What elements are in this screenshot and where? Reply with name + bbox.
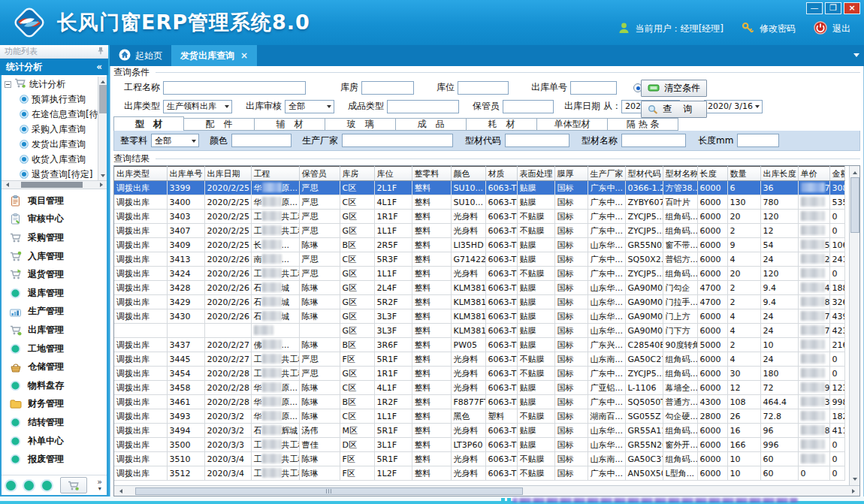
column-header-7[interactable]: 整零料 xyxy=(412,167,451,181)
column-header-4[interactable]: 保管员 xyxy=(299,167,340,181)
tree-horizontal-scrollbar[interactable] xyxy=(2,180,107,189)
module-dot-icon-3[interactable] xyxy=(42,481,52,490)
whole-part-select[interactable]: 全部 xyxy=(151,134,199,147)
table-row[interactable]: 调拨出库35122020/3/4工共工程陈琳F区1L2F整料光身料6063-T5… xyxy=(114,466,844,481)
table-vscroll-thumb[interactable] xyxy=(850,177,859,233)
sidebar-item-return-store-mgmt[interactable]: 退库管理 xyxy=(2,284,107,303)
table-row[interactable]: 调拨出库34612020/2/28华原...陈琳B区1R2F整料F8877FT6… xyxy=(114,395,844,409)
keeper-input[interactable] xyxy=(503,100,554,113)
table-row[interactable]: 调拨出库34932020/3/2华原...陈琳C区1L1F整料黑色塑料不贴膜国标… xyxy=(114,409,844,424)
sidebar-item-production-mgmt[interactable]: 生产管理 xyxy=(2,303,107,321)
column-header-5[interactable]: 库房 xyxy=(340,167,374,181)
profile-name-input[interactable] xyxy=(621,134,686,147)
audit-select[interactable]: 全部 xyxy=(285,100,334,113)
warehouse-input[interactable] xyxy=(361,81,414,95)
color-input[interactable] xyxy=(231,134,292,147)
sidebar-item-inbound-mgmt[interactable]: 入库管理 xyxy=(2,247,107,266)
pin-icon[interactable] xyxy=(98,47,104,57)
table-row[interactable]: 调拨出库34242020/2/26工共工程严思G区1L1F整料光身料6063-T… xyxy=(114,267,844,281)
column-header-14[interactable]: 型材名称 xyxy=(663,167,697,181)
module-dot-icon-2[interactable] xyxy=(24,481,34,490)
table-horizontal-scrollbar[interactable] xyxy=(114,485,859,496)
table-vertical-scrollbar[interactable] xyxy=(849,166,859,485)
column-header-15[interactable]: 长度 xyxy=(697,167,727,181)
tab-overflow-caret[interactable] xyxy=(853,53,859,60)
search-button[interactable]: 查 询 xyxy=(641,101,707,118)
module-dot-icon-1[interactable] xyxy=(6,481,16,490)
sidebar-item-outbound-mgmt[interactable]: 出库管理 xyxy=(2,321,107,340)
sidebar-item-returns-mgmt[interactable]: 退货管理 xyxy=(2,265,107,284)
material-tab-3[interactable]: 玻 璃 xyxy=(325,118,396,131)
product-type-input[interactable] xyxy=(387,100,459,113)
maximize-button[interactable]: ❐ xyxy=(825,2,841,14)
tree-item-purchase-inbound-query[interactable]: 采购入库查询 xyxy=(2,122,107,137)
outbound-order-no-input[interactable] xyxy=(570,81,617,95)
logout-link[interactable]: 退出 xyxy=(832,23,850,35)
column-header-18[interactable]: 单价 xyxy=(798,167,829,181)
material-tab-0[interactable]: 型 材 xyxy=(113,116,184,131)
date-to-select[interactable]: 2020/ 3/16 xyxy=(704,100,763,113)
table-hscroll-thumb[interactable] xyxy=(135,487,523,495)
module-cart-button[interactable] xyxy=(60,477,87,493)
manufacturer-input[interactable] xyxy=(342,134,453,147)
tree-item-shipment-outbound-query[interactable]: 发货出库查询 xyxy=(2,137,107,152)
table-row[interactable]: 调拨出库34032020/2/25工共工程严思G区1R1F整料光身料6063-T… xyxy=(114,210,844,224)
column-header-12[interactable]: 生产厂家 xyxy=(588,167,625,181)
column-header-6[interactable]: 库位 xyxy=(374,167,412,181)
tree-item-receipt-inbound-query[interactable]: 收货入库查询 xyxy=(2,152,107,167)
tree-item-in-transit-info-query[interactable]: 在途信息查询[待 xyxy=(2,107,107,122)
change-password-link[interactable]: 修改密码 xyxy=(760,23,796,35)
tree-vertical-scrollbar[interactable] xyxy=(98,77,107,180)
tree-hscroll-thumb[interactable] xyxy=(21,182,83,188)
sidebar-item-inventory-count[interactable]: 物料盘存 xyxy=(2,376,107,395)
table-row[interactable]: 调拨出库34002020/2/25华原...严思C区4L1F整料SU10...6… xyxy=(114,195,844,210)
collapse-icon[interactable]: « xyxy=(96,62,102,72)
table-row[interactable]: 调拨出库34292020/2/26石城陈琳G区5R2F整料KLM38176063… xyxy=(114,295,844,309)
table-row[interactable]: 调拨出库34092020/2/25长...陈琳B区2R5F整料LI35HD606… xyxy=(114,238,844,252)
table-row[interactable]: 调拨出库34542020/2/28工共工程严思G区1R1F整料光身料6063-T… xyxy=(114,367,844,381)
table-row[interactable]: 调拨出库34072020/2/25工共工程严思G区1L1F整料光身料6063-T… xyxy=(114,224,844,238)
close-window-button[interactable]: × xyxy=(844,2,860,14)
tab-close-icon[interactable]: × xyxy=(240,50,248,61)
clear-conditions-button[interactable]: 清空条件 xyxy=(641,80,707,97)
tree-vscroll-thumb[interactable] xyxy=(99,85,107,113)
material-tab-2[interactable]: 辅 材 xyxy=(255,118,325,131)
material-tab-4[interactable]: 成 品 xyxy=(396,118,467,131)
sidebar-item-site-mgmt[interactable]: 工地管理 xyxy=(2,340,107,358)
column-header-9[interactable]: 材质 xyxy=(485,167,517,181)
material-tab-7[interactable]: 隔 热 条 xyxy=(608,118,678,131)
sidebar-item-project-mgmt[interactable]: 项目管理 xyxy=(2,192,107,210)
column-header-10[interactable]: 表面处理 xyxy=(517,167,554,181)
tab-shipment-outbound-query[interactable]: 发货出库查询 × xyxy=(171,45,257,66)
column-header-17[interactable]: 出库长度 xyxy=(760,167,798,181)
project-name-input[interactable] xyxy=(163,81,306,95)
material-tab-1[interactable]: 配 件 xyxy=(184,118,255,131)
table-row[interactable]: 调拨出库34452020/2/27工共工程严思F区5R1F整料光身料6063-T… xyxy=(114,352,844,367)
tree-root-statistics[interactable]: 统计分析 xyxy=(2,77,107,92)
material-tab-6[interactable]: 单体型材 xyxy=(537,118,608,131)
table-row[interactable]: 调拨出库34372020/2/27佛...陈琳B区3R6F整料PW056063-… xyxy=(114,338,844,352)
menu-overflow-chevron[interactable]: »▾ xyxy=(97,479,102,492)
tree-expand-icon[interactable] xyxy=(5,81,11,88)
location-input[interactable] xyxy=(458,81,509,95)
table-row[interactable]: 调拨出库35102020/3/4工共工程陈琳F区5R1F整料光身料6063-T5… xyxy=(114,452,844,466)
column-header-19[interactable]: 金额 xyxy=(829,167,844,181)
profile-code-input[interactable] xyxy=(505,134,569,147)
column-header-1[interactable]: 出库单号 xyxy=(167,167,204,181)
column-header-3[interactable]: 工程 xyxy=(251,167,299,181)
column-header-0[interactable]: 出库类型 xyxy=(114,167,167,181)
column-header-13[interactable]: 型材代码 xyxy=(625,167,663,181)
minimize-button[interactable]: — xyxy=(806,2,823,14)
outbound-type-select[interactable]: 生产领料出库 xyxy=(163,100,232,113)
material-tab-5[interactable]: 耗 材 xyxy=(467,118,537,131)
table-row[interactable]: 调拨出库34942020/3/2石辉城汤伟M区5R1F整料光身料6063-T5贴… xyxy=(114,424,844,438)
sidebar-item-purchase-mgmt[interactable]: 采购管理 xyxy=(2,228,107,247)
sidebar-section-header[interactable]: 统计分析 « xyxy=(0,59,108,75)
sidebar-item-warehouse-mgmt[interactable]: 仓储管理 xyxy=(2,358,107,376)
column-header-11[interactable]: 膜厚 xyxy=(554,167,588,181)
column-header-8[interactable]: 颜色 xyxy=(451,167,485,181)
sidebar-item-carryover-mgmt[interactable]: 结转管理 xyxy=(2,413,107,432)
column-header-2[interactable]: 出库日期 xyxy=(204,167,251,181)
table-row[interactable]: 调拨出库35002020/3/3工共工程曹佳D区3L1F整料LT3P606063… xyxy=(114,438,844,452)
tab-home[interactable]: 起始页 xyxy=(110,45,171,66)
